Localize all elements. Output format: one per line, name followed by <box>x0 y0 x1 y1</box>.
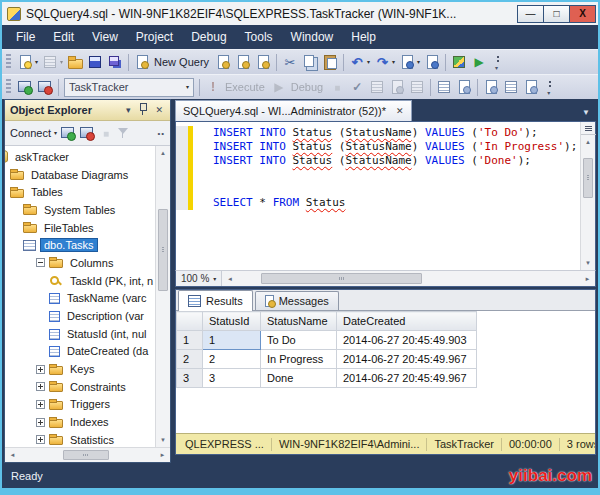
tree-item-filetables[interactable]: FileTables <box>23 219 155 237</box>
intellisense-enabled-button[interactable] <box>407 78 427 96</box>
scrollbar-thumb[interactable] <box>261 273 422 284</box>
pin-icon[interactable] <box>136 103 149 117</box>
display-estimated-plan-button[interactable] <box>367 78 387 96</box>
toolbar-overflow-button[interactable] <box>541 78 561 96</box>
scrollbar-thumb[interactable] <box>158 209 168 291</box>
grid-cell[interactable]: 2014-06-27 20:45:49.903 <box>337 331 477 350</box>
tree-item-taskid-pk-int-n[interactable]: TaskId (PK, int, n <box>49 272 155 290</box>
maximize-button[interactable]: □ <box>543 5 570 23</box>
tree-item-system-tables[interactable]: System Tables <box>23 201 155 219</box>
paste-button[interactable] <box>320 53 340 71</box>
code-line[interactable]: INSERT INTO Status (StatusName) VALUES (… <box>176 154 580 168</box>
tree-item-indexes[interactable]: Indexes <box>36 413 155 431</box>
grid-cell[interactable]: 2 <box>203 350 261 369</box>
toolbar-overflow-icon[interactable]: •• <box>157 129 165 138</box>
toolbar-grip[interactable] <box>6 79 11 95</box>
code-line[interactable] <box>176 168 580 182</box>
tab-results[interactable]: Results <box>178 290 253 311</box>
include-actual-plan-button[interactable] <box>434 78 454 96</box>
grid-cell[interactable]: In Progress <box>261 350 337 369</box>
navigate-forward-button[interactable] <box>422 53 442 71</box>
tree-item-keys[interactable]: Keys <box>36 360 155 378</box>
tree-item-asktracker[interactable]: askTracker <box>5 148 155 166</box>
close-icon[interactable]: ✕ <box>396 106 404 116</box>
connect-object-icon[interactable] <box>60 125 76 141</box>
sql-editor[interactable]: INSERT INTO Status (StatusName) VALUES (… <box>175 121 596 270</box>
scroll-down-icon[interactable]: ▼ <box>581 256 596 270</box>
stop-button[interactable]: ■ <box>327 78 347 96</box>
connect-button[interactable] <box>15 78 35 96</box>
grid-cell[interactable]: 2014-06-27 20:45:49.967 <box>337 369 477 388</box>
expand-icon[interactable] <box>36 365 45 374</box>
undo-button[interactable]: ↶▾ <box>347 53 372 71</box>
grid-cell[interactable]: 2014-06-27 20:45:49.967 <box>337 350 477 369</box>
row-number-cell[interactable]: 3 <box>177 369 203 388</box>
column-header-datecreated[interactable]: DateCreated <box>337 312 477 331</box>
grid-cell[interactable]: 3 <box>203 369 261 388</box>
minimize-button[interactable]: — <box>517 5 544 23</box>
database-engine-query-button[interactable] <box>213 53 233 71</box>
query-options-button[interactable] <box>387 78 407 96</box>
close-icon[interactable]: ✕ <box>153 106 165 115</box>
tree-item-database-diagrams[interactable]: Database Diagrams <box>10 166 155 184</box>
filter-icon[interactable] <box>117 127 129 139</box>
results-to-text-button[interactable] <box>481 78 501 96</box>
editor-vertical-scrollbar[interactable]: ▲ ▼ <box>580 122 595 270</box>
grid-corner-cell[interactable] <box>177 312 203 331</box>
scroll-left-icon[interactable]: ◄ <box>5 448 20 462</box>
scroll-up-icon[interactable]: ▲ <box>156 146 171 160</box>
save-all-button[interactable] <box>105 53 125 71</box>
expand-icon[interactable] <box>36 400 45 409</box>
expand-icon[interactable] <box>36 382 45 391</box>
window-position-icon[interactable]: ▾ <box>124 106 133 115</box>
parse-button[interactable]: ✓ <box>347 78 367 96</box>
tree-item-triggers[interactable]: Triggers <box>36 396 155 414</box>
code-line[interactable] <box>176 182 580 196</box>
toolbar-grip[interactable] <box>6 54 11 70</box>
tree-item-tables[interactable]: Tables <box>10 183 155 201</box>
disconnect-button[interactable] <box>35 78 55 96</box>
scrollbar-thumb[interactable] <box>583 158 593 199</box>
new-item-button[interactable]: ▾ <box>15 53 40 71</box>
grid-cell[interactable]: 1 <box>203 331 261 350</box>
grid-cell[interactable]: To Do <box>261 331 337 350</box>
connect-button[interactable]: Connect ▾ <box>10 127 57 139</box>
disconnect-icon[interactable] <box>79 125 95 141</box>
results-to-file-button[interactable] <box>521 78 541 96</box>
tab-messages[interactable]: Messages <box>255 291 339 310</box>
grid-cell[interactable]: Done <box>261 369 337 388</box>
cut-button[interactable]: ✂ <box>280 53 300 71</box>
menu-debug[interactable]: Debug <box>182 27 235 47</box>
sql-editor-code[interactable]: INSERT INTO Status (StatusName) VALUES (… <box>176 122 580 270</box>
tree-horizontal-scrollbar[interactable]: ◄ ► <box>5 447 170 462</box>
mdx-query-button[interactable] <box>253 53 273 71</box>
available-databases-combobox[interactable]: TaskTracker▾ <box>64 78 194 97</box>
new-query-button[interactable]: New Query <box>132 53 213 71</box>
menu-tools[interactable]: Tools <box>236 27 282 47</box>
zoom-dropdown[interactable]: 100 % ▾ <box>176 271 222 286</box>
activity-monitor-button[interactable] <box>449 53 469 71</box>
include-client-statistics-button[interactable] <box>454 78 474 96</box>
tree-item-dbo-tasks[interactable]: dbo.Tasks <box>23 236 155 254</box>
row-number-cell[interactable]: 2 <box>177 350 203 369</box>
analysis-services-query-button[interactable] <box>233 53 253 71</box>
tree-vertical-scrollbar[interactable]: ▲ ▼ <box>155 146 170 447</box>
code-line[interactable]: INSERT INTO Status (StatusName) VALUES (… <box>176 126 580 140</box>
chevron-down-icon[interactable]: ▾ <box>186 84 189 90</box>
tree-item-datecreated-da[interactable]: DateCreated (da <box>49 343 155 361</box>
expand-icon[interactable] <box>36 435 45 444</box>
menu-help[interactable]: Help <box>342 27 385 47</box>
results-to-grid-button[interactable] <box>501 78 521 96</box>
splitter-handle-icon[interactable] <box>581 122 596 135</box>
debug-button[interactable]: ▶Debug <box>269 78 327 96</box>
scroll-up-icon[interactable]: ▲ <box>581 135 596 149</box>
scroll-right-icon[interactable]: ► <box>155 448 170 462</box>
tab-list-dropdown-icon[interactable]: ▼ <box>582 108 596 121</box>
tree-item-constraints[interactable]: Constraints <box>36 378 155 396</box>
column-header-statusname[interactable]: StatusName <box>261 312 337 331</box>
menu-view[interactable]: View <box>83 27 127 47</box>
close-button[interactable]: X <box>569 5 596 23</box>
collapse-icon[interactable] <box>36 258 45 267</box>
tree-item-taskname-varc[interactable]: TaskName (varc <box>49 290 155 308</box>
tree-item-description-var[interactable]: Description (var <box>49 307 155 325</box>
